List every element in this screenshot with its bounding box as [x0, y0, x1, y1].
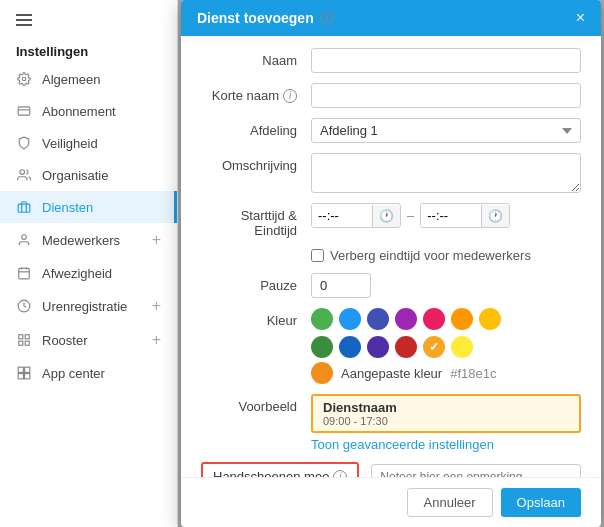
sidebar-item-veiligheid[interactable]: Veiligheid [0, 127, 177, 159]
omschrijving-control [311, 153, 581, 193]
svg-rect-12 [25, 335, 29, 339]
verberg-checkbox[interactable] [311, 249, 324, 262]
color-amber[interactable] [479, 308, 501, 330]
omschrijving-label: Omschrijving [201, 153, 311, 173]
svg-rect-1 [18, 107, 30, 115]
sidebar-item-abonnement[interactable]: Abonnement [0, 95, 177, 127]
sidebar-item-appcenter[interactable]: App center [0, 357, 177, 389]
sidebar-item-label: Diensten [42, 200, 93, 215]
color-green[interactable] [311, 308, 333, 330]
verberg-label[interactable]: Verberg eindtijd voor medewerkers [330, 248, 531, 263]
sidebar-item-algemeen[interactable]: Algemeen [0, 63, 177, 95]
color-dark-blue[interactable] [339, 336, 361, 358]
pauze-control [311, 273, 581, 298]
afdeling-label: Afdeling [201, 118, 311, 138]
hamburger-menu[interactable] [16, 14, 32, 26]
voorbeeld-control: Dienstnaam 09:00 - 17:30 Toon geavanceer… [311, 394, 581, 452]
pauze-row: Pauze [201, 273, 581, 298]
pauze-input[interactable] [311, 273, 371, 298]
naam-input[interactable] [311, 48, 581, 73]
svg-rect-11 [19, 335, 23, 339]
add-rooster-button[interactable]: + [152, 331, 161, 349]
preview-name: Dienstnaam [323, 400, 569, 415]
time-row: 🕐 – 🕐 [311, 203, 581, 228]
starttijd-row: Starttijd & Eindtijd 🕐 – 🕐 [201, 203, 581, 238]
sidebar-item-label: Veiligheid [42, 136, 98, 151]
color-pink[interactable] [423, 308, 445, 330]
sidebar-item-label: App center [42, 366, 105, 381]
svg-point-3 [20, 170, 25, 175]
kleur-control: ✓ Aangepaste kleur #f18e1c [311, 308, 581, 384]
svg-rect-14 [25, 341, 29, 345]
cancel-button[interactable]: Annuleer [407, 488, 493, 517]
color-purple[interactable] [395, 308, 417, 330]
start-time-wrap: 🕐 [311, 203, 401, 228]
pauze-label: Pauze [201, 273, 311, 293]
handschoenen-note-input[interactable] [371, 464, 581, 478]
calendar-icon [16, 265, 32, 281]
sidebar-item-diensten[interactable]: Diensten [0, 191, 177, 223]
advanced-settings-link[interactable]: Toon geavanceerde instellingen [311, 437, 581, 452]
users-icon [16, 167, 32, 183]
custom-color-hex-value: #f18e1c [450, 366, 496, 381]
color-orange[interactable] [451, 308, 473, 330]
color-row-2: ✓ [311, 336, 581, 358]
omschrijving-textarea[interactable] [311, 153, 581, 193]
svg-rect-18 [25, 374, 30, 379]
add-medewerkers-button[interactable]: + [152, 231, 161, 249]
start-time-input[interactable] [312, 204, 372, 227]
kleur-label: Kleur [201, 308, 311, 328]
verberg-row: Verberg eindtijd voor medewerkers [201, 248, 581, 263]
afdeling-control: Afdeling 1 Afdeling 2 [311, 118, 581, 143]
color-dark-green[interactable] [311, 336, 333, 358]
color-dark-red[interactable] [395, 336, 417, 358]
sidebar-item-rooster[interactable]: Rooster + [0, 323, 177, 357]
end-time-wrap: 🕐 [420, 203, 510, 228]
title-info-icon: i [320, 11, 334, 25]
sidebar-item-urenregistratie[interactable]: Urenregistratie + [0, 289, 177, 323]
save-button[interactable]: Opslaan [501, 488, 581, 517]
end-clock-icon[interactable]: 🕐 [481, 205, 509, 227]
color-picker: ✓ [311, 308, 581, 358]
preview-time: 09:00 - 17:30 [323, 415, 569, 427]
clock-icon [16, 298, 32, 314]
modal-overlay: Dienst toevoegen i × Naam Korte naam i [178, 0, 604, 527]
korte-naam-input[interactable] [311, 83, 581, 108]
color-deep-purple[interactable] [367, 336, 389, 358]
handschoenen-row: Handschoenen mee i [201, 462, 581, 477]
time-separator: – [407, 208, 414, 223]
start-clock-icon[interactable]: 🕐 [372, 205, 400, 227]
handschoenen-box[interactable]: Handschoenen mee i [201, 462, 359, 477]
korte-naam-row: Korte naam i [201, 83, 581, 108]
add-urenregistratie-button[interactable]: + [152, 297, 161, 315]
sidebar-item-label: Organisatie [42, 168, 108, 183]
end-time-input[interactable] [421, 204, 481, 227]
sidebar-section-title: Instellingen [0, 36, 177, 63]
afdeling-select[interactable]: Afdeling 1 Afdeling 2 [311, 118, 581, 143]
naam-label: Naam [201, 48, 311, 68]
sidebar-item-afwezigheid[interactable]: Afwezigheid [0, 257, 177, 289]
sidebar-item-organisatie[interactable]: Organisatie [0, 159, 177, 191]
voorbeeld-row: Voorbeeld Dienstnaam 09:00 - 17:30 Toon … [201, 394, 581, 452]
color-yellow[interactable] [451, 336, 473, 358]
shield-icon [16, 135, 32, 151]
starttijd-control: 🕐 – 🕐 [311, 203, 581, 228]
sidebar: Instellingen Algemeen Abonnement Veiligh… [0, 0, 178, 527]
modal-close-button[interactable]: × [576, 10, 585, 26]
dienst-toevoegen-modal: Dienst toevoegen i × Naam Korte naam i [181, 0, 601, 527]
sidebar-item-medewerkers[interactable]: Medewerkers + [0, 223, 177, 257]
custom-color-circle[interactable] [311, 362, 333, 384]
naam-control [311, 48, 581, 73]
sidebar-item-label: Afwezigheid [42, 266, 112, 281]
korte-naam-label: Korte naam i [201, 83, 311, 103]
sidebar-item-label: Rooster [42, 333, 88, 348]
svg-rect-15 [18, 367, 23, 372]
sidebar-item-label: Urenregistratie [42, 299, 127, 314]
custom-color-row: Aangepaste kleur #f18e1c [311, 362, 581, 384]
grid-icon [16, 332, 32, 348]
color-indigo[interactable] [367, 308, 389, 330]
color-blue[interactable] [339, 308, 361, 330]
color-gold[interactable]: ✓ [423, 336, 445, 358]
svg-point-5 [22, 235, 27, 240]
modal-body: Naam Korte naam i Afdeling [181, 36, 601, 477]
